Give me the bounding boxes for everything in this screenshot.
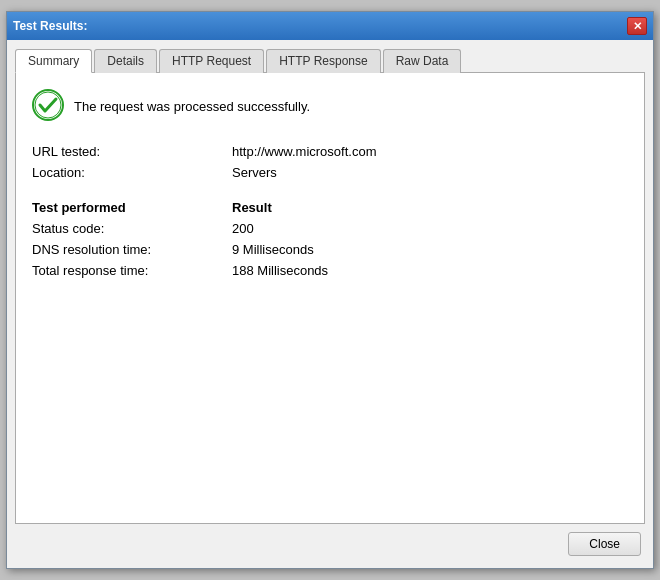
tab-content-summary: The request was processed successfully. …: [15, 73, 645, 524]
tab-raw-data[interactable]: Raw Data: [383, 49, 462, 73]
location-label: Location:: [32, 165, 232, 180]
main-window: Test Results: ✕ Summary Details HTTP Req…: [6, 11, 654, 569]
success-message: The request was processed successfully.: [74, 99, 310, 114]
title-bar-controls: ✕: [627, 17, 647, 35]
result-header: Result: [232, 200, 272, 215]
success-row: The request was processed successfully.: [32, 89, 628, 124]
close-button[interactable]: Close: [568, 532, 641, 556]
window-title: Test Results:: [13, 19, 87, 33]
tab-details[interactable]: Details: [94, 49, 157, 73]
location-value: Servers: [232, 165, 277, 180]
total-label: Total response time:: [32, 263, 232, 278]
status-code-label: Status code:: [32, 221, 232, 236]
window-close-button[interactable]: ✕: [627, 17, 647, 35]
url-value: http://www.microsoft.com: [232, 144, 376, 159]
tab-http-response[interactable]: HTTP Response: [266, 49, 380, 73]
info-table: URL tested: http://www.microsoft.com Loc…: [32, 144, 628, 180]
url-row: URL tested: http://www.microsoft.com: [32, 144, 628, 159]
dns-label: DNS resolution time:: [32, 242, 232, 257]
total-value: 188 Milliseconds: [232, 263, 328, 278]
window-body: Summary Details HTTP Request HTTP Respon…: [7, 40, 653, 568]
dns-value: 9 Milliseconds: [232, 242, 314, 257]
results-table: Status code: 200 DNS resolution time: 9 …: [32, 221, 628, 278]
location-row: Location: Servers: [32, 165, 628, 180]
results-header: Test performed Result: [32, 200, 628, 215]
test-performed-header: Test performed: [32, 200, 232, 215]
status-code-value: 200: [232, 221, 254, 236]
tab-http-request[interactable]: HTTP Request: [159, 49, 264, 73]
title-bar: Test Results: ✕: [7, 12, 653, 40]
tab-bar: Summary Details HTTP Request HTTP Respon…: [15, 48, 645, 73]
total-row: Total response time: 188 Milliseconds: [32, 263, 628, 278]
footer: Close: [15, 524, 645, 560]
tab-summary[interactable]: Summary: [15, 49, 92, 73]
dns-row: DNS resolution time: 9 Milliseconds: [32, 242, 628, 257]
url-label: URL tested:: [32, 144, 232, 159]
status-code-row: Status code: 200: [32, 221, 628, 236]
success-icon: [32, 89, 64, 124]
